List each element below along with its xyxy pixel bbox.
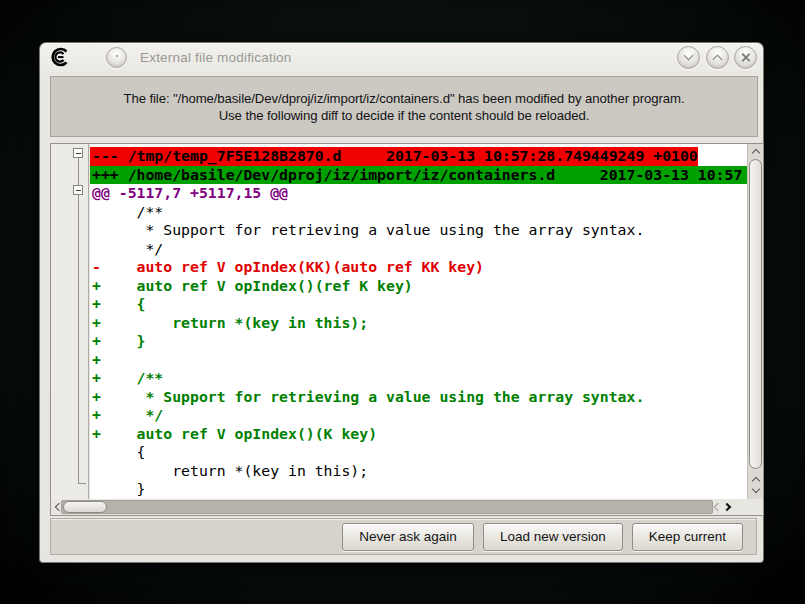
chevron-up-icon bbox=[752, 149, 760, 157]
close-icon bbox=[740, 52, 751, 63]
collapse-toggle-icon[interactable] bbox=[73, 148, 83, 158]
chevron-up-icon bbox=[713, 55, 723, 65]
vertical-scroll-thumb[interactable] bbox=[749, 159, 762, 469]
diff-line[interactable]: + bbox=[90, 351, 747, 370]
diff-line[interactable]: * Support for retrieving a value using t… bbox=[90, 221, 747, 240]
diff-line[interactable]: + * Support for retrieving a value using… bbox=[90, 388, 747, 407]
chevron-down-icon bbox=[752, 485, 760, 493]
vertical-scrollbar[interactable] bbox=[747, 144, 763, 499]
diff-line[interactable]: + return *(key in this); bbox=[90, 314, 747, 333]
diff-rows: --- /tmp/temp_7F5E128B2870.d 2017-03-13 … bbox=[90, 144, 747, 499]
tree-line-end bbox=[78, 483, 86, 484]
chevron-right-icon bbox=[723, 503, 731, 511]
titlebar-menu-button[interactable] bbox=[106, 47, 127, 68]
load-new-version-button[interactable]: Load new version bbox=[483, 523, 623, 551]
message-line-1: The file: "/home/basile/Dev/dproj/iz/imp… bbox=[123, 90, 684, 107]
tree-line bbox=[78, 157, 79, 484]
scroll-up-button[interactable] bbox=[749, 145, 763, 157]
horizontal-scroll-thumb[interactable] bbox=[63, 501, 107, 513]
diff-line[interactable]: + */ bbox=[90, 406, 747, 425]
window-title: External file modification bbox=[140, 50, 292, 65]
collapse-toggle-icon[interactable] bbox=[73, 185, 83, 195]
diff-view: --- /tmp/temp_7F5E128B2870.d 2017-03-13 … bbox=[50, 143, 764, 516]
scroll-right-button[interactable] bbox=[722, 501, 736, 513]
horizontal-scroll-track[interactable] bbox=[61, 500, 713, 514]
scroll-up-button[interactable] bbox=[749, 473, 763, 485]
message-line-2: Use the following diff to decide if the … bbox=[219, 107, 590, 124]
chevron-down-icon bbox=[684, 51, 694, 61]
diff-line[interactable]: @@ -5117,7 +5117,15 @@ bbox=[90, 184, 747, 203]
keep-current-button[interactable]: Keep current bbox=[632, 523, 743, 551]
diff-line[interactable]: + } bbox=[90, 332, 747, 351]
diff-line[interactable]: --- /tmp/temp_7F5E128B2870.d 2017-03-13 … bbox=[90, 147, 698, 166]
diff-line[interactable]: } bbox=[90, 480, 747, 499]
diff-line[interactable]: + { bbox=[90, 295, 747, 314]
diff-line[interactable]: /** bbox=[90, 203, 747, 222]
diff-line[interactable]: + auto ref V opIndex()(K key) bbox=[90, 425, 747, 444]
diff-line[interactable]: + /** bbox=[90, 369, 747, 388]
never-ask-again-button[interactable]: Never ask again bbox=[342, 523, 474, 551]
app-logo-icon bbox=[50, 47, 70, 67]
button-bar: Never ask again Load new version Keep cu… bbox=[50, 518, 757, 555]
minimize-button[interactable] bbox=[677, 46, 700, 69]
horizontal-scrollbar[interactable] bbox=[51, 499, 747, 515]
diff-line[interactable]: + auto ref V opIndex()(ref K key) bbox=[90, 277, 747, 296]
scroll-down-button[interactable] bbox=[749, 485, 763, 497]
diff-line[interactable]: { bbox=[90, 443, 747, 462]
maximize-button[interactable] bbox=[706, 46, 729, 69]
diff-line[interactable]: +++ /home/basile/Dev/dproj/iz/import/iz/… bbox=[90, 166, 747, 185]
titlebar[interactable]: External file modification bbox=[40, 43, 763, 72]
fold-gutter bbox=[51, 144, 89, 499]
close-button[interactable] bbox=[734, 46, 757, 69]
diff-line[interactable]: - auto ref V opIndex(KK)(auto ref KK key… bbox=[90, 258, 747, 277]
scroll-left-button[interactable] bbox=[709, 501, 723, 513]
diff-line[interactable]: return *(key in this); bbox=[90, 462, 747, 481]
diff-line[interactable]: */ bbox=[90, 240, 747, 259]
scrollbar-corner bbox=[747, 499, 763, 515]
chevron-left-icon bbox=[714, 503, 722, 511]
message-panel: The file: "/home/basile/Dev/dproj/iz/imp… bbox=[50, 76, 758, 137]
dialog-window: External file modification The file: "/h… bbox=[39, 42, 764, 563]
